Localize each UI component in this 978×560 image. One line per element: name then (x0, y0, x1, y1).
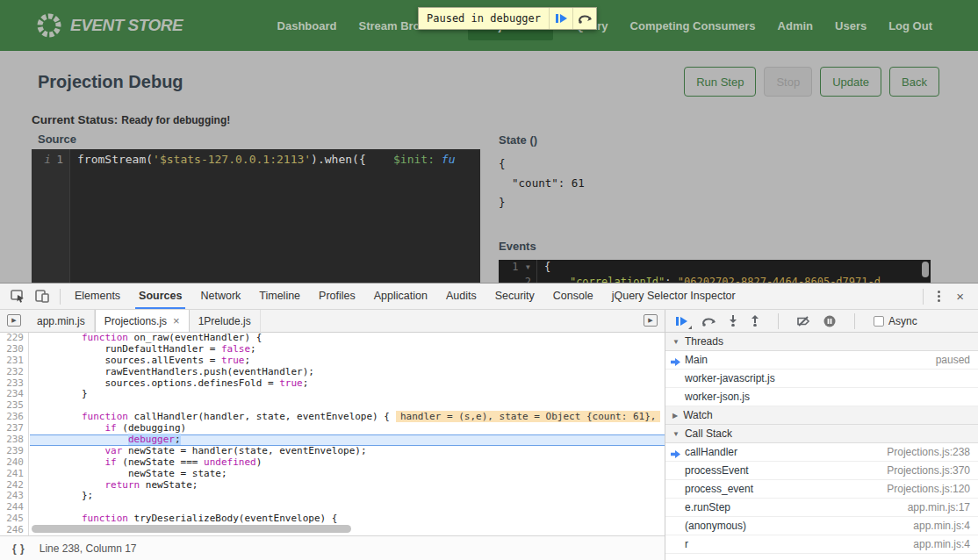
events-line-number[interactable]: 2 (499, 275, 537, 283)
code-segment (35, 411, 82, 422)
gutter-line-number[interactable]: 241 (0, 469, 28, 480)
thread-name: worker-javascript.js (685, 372, 775, 384)
gutter-line-number[interactable]: 231 (0, 355, 28, 367)
gutter-line-number[interactable]: 239 (0, 446, 28, 457)
code-line[interactable]: sources.options.definesFold = true; (30, 378, 665, 390)
code-line[interactable]: function tryDeserializeBody(eventEnvelop… (30, 513, 665, 525)
code-segment: function (82, 333, 128, 343)
code-segment: debugger (128, 434, 175, 445)
nav-item-log-out[interactable]: Log Out (888, 19, 932, 32)
code-segment (35, 434, 128, 445)
devtools-tab-elements[interactable]: Elements (75, 284, 120, 309)
thread-row-worker-javascript-js[interactable]: worker-javascript.js (665, 370, 978, 388)
code-line[interactable]: return newState; (30, 480, 665, 492)
show-right-panel-icon[interactable]: ▶ (644, 314, 658, 327)
code-segment: ; (244, 355, 250, 366)
devtools: ElementsSourcesNetworkTimelineProfilesAp… (0, 283, 978, 560)
async-toggle: Async (874, 315, 917, 327)
close-tab-icon[interactable]: × (173, 314, 180, 327)
brand-logo[interactable]: EVENT STORE (35, 11, 183, 39)
step-out-button[interactable] (751, 315, 759, 327)
back-button[interactable]: Back (889, 67, 939, 97)
device-toolbar-icon[interactable] (30, 286, 54, 307)
thread-row-main[interactable]: Mainpaused (665, 351, 978, 370)
nav-item-users[interactable]: Users (835, 19, 867, 32)
code-segment (544, 276, 570, 283)
source-code-editor[interactable]: i1 fromStream('$stats-127.0.0.1:2113').w… (32, 149, 480, 283)
devtools-tab-application[interactable]: Application (374, 284, 428, 309)
code-segment: newState = state; (35, 468, 227, 479)
inspect-element-icon[interactable] (5, 286, 30, 307)
step-over-button[interactable] (701, 316, 716, 327)
code-lines: function on_raw(eventHandler) { runDefau… (30, 333, 665, 536)
resume-script-button[interactable] (676, 316, 688, 327)
frame-function-name: process_event (685, 483, 753, 495)
async-checkbox[interactable] (874, 316, 884, 327)
file-tab-projections.js[interactable]: Projections.js× (95, 310, 190, 332)
devtools-tab-jquery-selector-inspector[interactable]: jQuery Selector Inspector (612, 284, 736, 309)
devtools-tab-timeline[interactable]: Timeline (259, 284, 300, 309)
event-store-ring-icon (35, 11, 63, 39)
code-segment: sources.allEvents = (35, 355, 221, 366)
code-segment: }; (35, 490, 93, 501)
step-over-icon (578, 13, 592, 24)
code-line[interactable]: } (30, 389, 665, 400)
gutter-line-number[interactable]: 238 (0, 434, 28, 446)
resume-icon (676, 316, 688, 327)
close-devtools-icon[interactable]: × (949, 289, 971, 304)
code-segment: undefined (204, 456, 256, 468)
code-segment: tryDeserializeBody(eventEnvelope) { (128, 513, 337, 524)
code-line[interactable]: }; (30, 491, 665, 502)
devtools-tab-security[interactable]: Security (495, 284, 535, 309)
frame-location: Projections.js:370 (878, 464, 970, 477)
devtools-tab-profiles[interactable]: Profiles (319, 284, 356, 309)
current-status-value: Ready for debugging! (121, 114, 230, 126)
code-segment: callHandler(handler, state, eventEnvelop… (128, 411, 390, 422)
callstack-frame-process-event[interactable]: process_eventProjections.js:120 (665, 480, 978, 499)
gutter-line-number[interactable]: 230 (0, 344, 28, 355)
nav-item-dashboard[interactable]: Dashboard (277, 19, 337, 32)
more-options-icon[interactable] (929, 291, 949, 302)
pretty-print-icon[interactable]: { } (12, 542, 25, 555)
file-tab-app.min.js[interactable]: app.min.js (28, 310, 95, 332)
events-line-number[interactable]: 1 ▾ (499, 260, 537, 275)
code-segment: ; (303, 377, 309, 389)
events-scrollbar-thumb[interactable] (922, 262, 929, 277)
callstack-frame-e-runstep[interactable]: e.runStepapp.min.js:17 (665, 499, 978, 517)
watch-section-header[interactable]: ▶ Watch (665, 406, 978, 425)
events-editor[interactable]: 1 ▾{2 "correlationId": "06202702-8827-44… (499, 260, 931, 283)
devtools-tab-console[interactable]: Console (553, 284, 593, 309)
nav-item-competing-consumers[interactable]: Competing Consumers (630, 19, 756, 32)
devtools-tab-sources[interactable]: Sources (139, 284, 182, 309)
editor-status-bar: { } Line 238, Column 17 (0, 535, 665, 560)
deactivate-breakpoints-button[interactable] (797, 316, 810, 327)
code-segment (35, 479, 104, 491)
step-over-button-banner[interactable] (572, 8, 596, 29)
run-step-button[interactable]: Run Step (684, 67, 756, 97)
callstack-frame--anonymous-[interactable]: (anonymous)app.min.js:4 (665, 517, 978, 535)
brand-name: EVENT STORE (70, 16, 183, 35)
code-segment: var (104, 445, 122, 456)
devtools-tab-network[interactable]: Network (200, 284, 241, 309)
devtools-tab-audits[interactable]: Audits (446, 284, 477, 309)
horizontal-scrollbar-thumb[interactable] (32, 525, 351, 533)
callstack-frame-callhandler[interactable]: callHandlerProjections.js:238 (665, 443, 978, 462)
debugger-controls: Async (665, 310, 978, 333)
gutter-line-number[interactable]: 240 (0, 457, 28, 469)
pause-on-exceptions-button[interactable] (823, 315, 836, 327)
resume-script-button[interactable] (549, 8, 572, 29)
gutter-line-number[interactable]: 232 (0, 367, 28, 378)
thread-row-worker-json-js[interactable]: worker-json.js (665, 388, 978, 406)
step-into-button[interactable] (729, 315, 737, 327)
update-button[interactable]: Update (820, 67, 881, 97)
callstack-frame-processevent[interactable]: processEventProjections.js:370 (665, 462, 978, 480)
gutter-line-number[interactable]: 229 (0, 333, 28, 344)
callstack-section-header[interactable]: ▼ Call Stack (665, 425, 978, 443)
show-navigator-icon[interactable]: ▶ (7, 314, 21, 327)
nav-item-admin[interactable]: Admin (778, 19, 813, 32)
file-tab-1prelude.js[interactable]: 1Prelude.js (190, 310, 261, 332)
devtools-tabbar: ElementsSourcesNetworkTimelineProfilesAp… (0, 284, 978, 310)
code-segment: ; (250, 343, 256, 355)
callstack-frame-r[interactable]: rapp.min.js:4 (665, 535, 978, 554)
threads-section-header[interactable]: ▼ Threads (665, 333, 978, 351)
